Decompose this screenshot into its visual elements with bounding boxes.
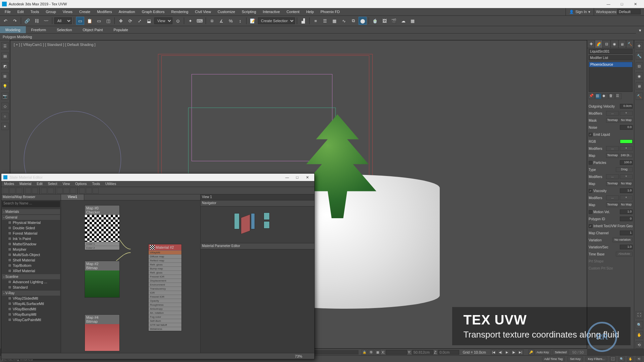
- menu-interactive[interactable]: Interactive: [260, 8, 283, 15]
- slate-menu-utilities[interactable]: Utilities: [103, 181, 119, 187]
- render-prod-button[interactable]: 🎬: [390, 17, 398, 25]
- workspace-selector[interactable]: Workspaces:: [594, 8, 643, 15]
- node-slot[interactable]: Opacity: [149, 299, 181, 303]
- workspace-input[interactable]: [617, 9, 641, 14]
- node-slot[interactable]: Metalness: [149, 327, 181, 331]
- use-pivot-button[interactable]: ⊙: [174, 17, 182, 25]
- menu-content[interactable]: Content: [283, 8, 303, 15]
- node-material[interactable]: Material #2 VRayMtl Diffuse map Reflect …: [148, 244, 182, 331]
- slate-menu-edit[interactable]: Edit: [34, 181, 45, 187]
- named-selection-button[interactable]: 📝: [249, 17, 257, 25]
- menu-file[interactable]: File: [1, 8, 14, 15]
- material-param-editor[interactable]: [201, 249, 314, 353]
- slate-tb-matlib[interactable]: [79, 188, 85, 194]
- move-button[interactable]: ✥: [117, 17, 125, 25]
- mask-map[interactable]: No Map: [620, 118, 633, 123]
- slate-tb-showmap[interactable]: [57, 188, 63, 194]
- toggle-ribbon-button[interactable]: ▦: [330, 17, 338, 25]
- align-button[interactable]: ≡: [312, 17, 320, 25]
- goto-start-button[interactable]: |◀: [491, 350, 497, 355]
- menu-views[interactable]: Views: [59, 8, 76, 15]
- polyid-value[interactable]: 0: [620, 217, 633, 221]
- mmb-item[interactable]: VRay2SidedMtl: [2, 296, 60, 301]
- map2-map[interactable]: No Map: [620, 181, 633, 186]
- mmb-item[interactable]: Physical Material: [2, 220, 60, 225]
- slate-graph[interactable]: Map #0Checker Color 1 Color 2 Map #2Bitm…: [61, 200, 200, 353]
- node-slot[interactable]: Bump map: [149, 266, 181, 270]
- open-a360-button[interactable]: ▦: [409, 17, 417, 25]
- render-setup-button[interactable]: 🍵: [371, 17, 379, 25]
- menu-group[interactable]: Group: [42, 8, 59, 15]
- modifier-list-dropdown[interactable]: Modifier List: [589, 55, 633, 60]
- selected-button[interactable]: Selected: [552, 350, 569, 355]
- modifier-stack[interactable]: PhoenixSource: [589, 62, 633, 92]
- mmb-cat-materials[interactable]: - Materials: [2, 209, 60, 214]
- noise-value[interactable]: 0.0: [620, 125, 633, 130]
- ribbon-tab-objectpaint[interactable]: Object Paint: [77, 26, 108, 33]
- node-slot[interactable]: Anisotropy: [149, 307, 181, 311]
- layer-explorer-button[interactable]: ☰: [321, 17, 329, 25]
- rgb-color[interactable]: [620, 139, 633, 143]
- slate-menu-options[interactable]: Options: [72, 181, 89, 187]
- window-crossing-button[interactable]: ◫: [104, 17, 112, 25]
- snap-toggle-button[interactable]: ⧈: [208, 17, 216, 25]
- particle-icon[interactable]: ✶: [1, 123, 9, 130]
- emit-liquid-check[interactable]: ✓: [589, 133, 592, 136]
- goto-end-button[interactable]: ▶|: [518, 350, 524, 355]
- cmd-tab-create[interactable]: ✚: [587, 40, 595, 48]
- mod4-add-button[interactable]: ...: [606, 195, 619, 200]
- rendered-frame-button[interactable]: 🖼: [380, 17, 388, 25]
- menu-phoenixfd[interactable]: Phoenix FD: [317, 8, 343, 15]
- maximize-viewport-button[interactable]: ⛶: [610, 356, 616, 362]
- render-cloud-button[interactable]: ☁: [399, 17, 407, 25]
- mmb-search[interactable]: Search by Name ...: [2, 201, 60, 207]
- zoom-extents-button[interactable]: 🔍: [619, 356, 625, 362]
- signin-button[interactable]: 👤 Sign In ▾: [566, 8, 593, 15]
- maximize-button[interactable]: □: [615, 0, 629, 8]
- node-slot[interactable]: Displacement: [149, 279, 181, 283]
- cmd-tab-utilities[interactable]: 🔨: [626, 40, 634, 48]
- shape-icon[interactable]: ○: [1, 113, 9, 120]
- node-slot[interactable]: Diffuse map: [149, 254, 181, 258]
- node-slot[interactable]: Roughness: [149, 303, 181, 307]
- viscosity-check[interactable]: ✓: [589, 189, 592, 193]
- prev-frame-button[interactable]: ◀|: [497, 350, 503, 355]
- mod4-plus-button[interactable]: +: [620, 195, 633, 200]
- mmb-cat-vray[interactable]: - V-Ray: [2, 291, 60, 296]
- slate-tb-pick[interactable]: [3, 188, 9, 194]
- outgoing-vel-value[interactable]: 0.0cm: [620, 104, 633, 109]
- mask-type[interactable]: Texmap: [606, 118, 619, 123]
- ref-coord-system[interactable]: View: [154, 17, 172, 24]
- menu-grapheditors[interactable]: Graph Editors: [139, 8, 168, 15]
- motionvel-check[interactable]: [589, 210, 592, 214]
- lock-selection-icon[interactable]: 🔒: [361, 350, 367, 355]
- menu-customize[interactable]: Customize: [214, 8, 238, 15]
- mod3-plus-button[interactable]: +: [620, 174, 633, 179]
- scale-button[interactable]: ⤢: [136, 17, 144, 25]
- mmb-cat-general[interactable]: - General: [2, 215, 60, 220]
- scene-explorer-icon[interactable]: ☰: [1, 42, 9, 50]
- node-checker[interactable]: Map #0Checker Color 1 Color 2: [85, 205, 120, 250]
- slate-menu-tools[interactable]: Tools: [90, 181, 103, 187]
- slate-view-tab[interactable]: View1: [61, 194, 84, 200]
- node-slot[interactable]: Self-illum: [149, 319, 181, 323]
- percent-snap-button[interactable]: %: [227, 17, 235, 25]
- close-button[interactable]: ✕: [629, 0, 642, 8]
- node-slot[interactable]: Reflect map: [149, 258, 181, 262]
- slate-menu-select[interactable]: Select: [45, 181, 60, 187]
- slate-tb-bg[interactable]: [41, 188, 47, 194]
- isolate-icon[interactable]: ⦿: [368, 350, 374, 355]
- minimize-button[interactable]: —: [602, 0, 615, 8]
- navigator-view[interactable]: [201, 206, 314, 243]
- menu-scripting[interactable]: Scripting: [238, 8, 260, 15]
- rotate-button[interactable]: ⟳: [126, 17, 134, 25]
- coord-y-value[interactable]: [412, 350, 433, 355]
- mod2-add-button[interactable]: ...: [606, 146, 619, 151]
- cmd-create-icon[interactable]: ✚: [636, 42, 643, 50]
- slate-tb-sample[interactable]: [48, 188, 54, 194]
- map2-type[interactable]: Texmap: [606, 181, 619, 186]
- coord-x-value[interactable]: [386, 350, 407, 355]
- mapch-value[interactable]: 1: [620, 231, 633, 235]
- node-slot[interactable]: Fresnel IOR: [149, 275, 181, 279]
- slate-tb-put[interactable]: [9, 188, 15, 194]
